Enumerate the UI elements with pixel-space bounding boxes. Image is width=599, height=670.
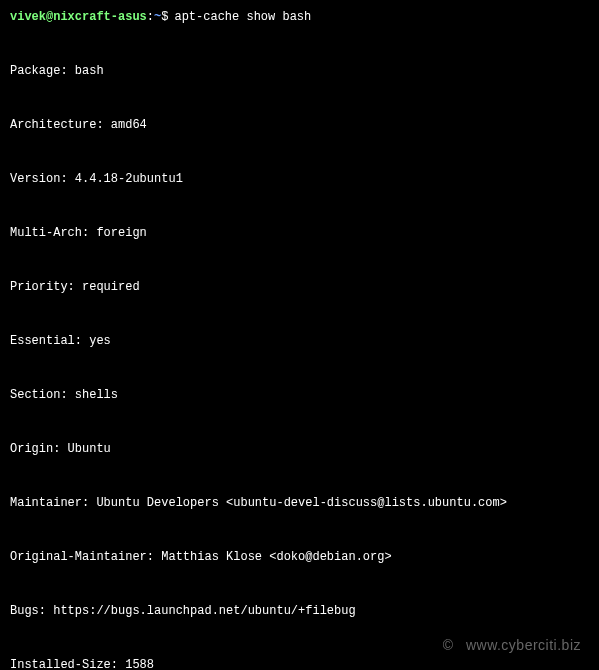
prompt-dollar: $: [161, 8, 168, 26]
command-text[interactable]: apt-cache show bash: [174, 8, 311, 26]
pkg-maintainer: Maintainer: Ubuntu Developers <ubuntu-de…: [10, 494, 589, 512]
pkg-origin: Origin: Ubuntu: [10, 440, 589, 458]
prompt-line-1: vivek@nixcraft-asus:~$ apt-cache show ba…: [10, 8, 589, 26]
watermark-site: www.cyberciti.biz: [466, 637, 581, 653]
pkg-multi-arch: Multi-Arch: foreign: [10, 224, 589, 242]
watermark: © www.cyberciti.biz: [443, 635, 581, 656]
pkg-architecture: Architecture: amd64: [10, 116, 589, 134]
pkg-priority: Priority: required: [10, 278, 589, 296]
pkg-original-maintainer: Original-Maintainer: Matthias Klose <dok…: [10, 548, 589, 566]
user-host: vivek@nixcraft-asus: [10, 8, 147, 26]
pkg-section: Section: shells: [10, 386, 589, 404]
pkg-essential: Essential: yes: [10, 332, 589, 350]
copyright-icon: ©: [443, 637, 454, 653]
pkg-name: Package: bash: [10, 62, 589, 80]
prompt-path: ~: [154, 8, 161, 26]
pkg-version: Version: 4.4.18-2ubuntu1: [10, 170, 589, 188]
pkg-installed-size: Installed-Size: 1588: [10, 656, 589, 670]
command-output: Package: bash Architecture: amd64 Versio…: [10, 26, 589, 670]
prompt-colon: :: [147, 8, 154, 26]
pkg-bugs: Bugs: https://bugs.launchpad.net/ubuntu/…: [10, 602, 589, 620]
